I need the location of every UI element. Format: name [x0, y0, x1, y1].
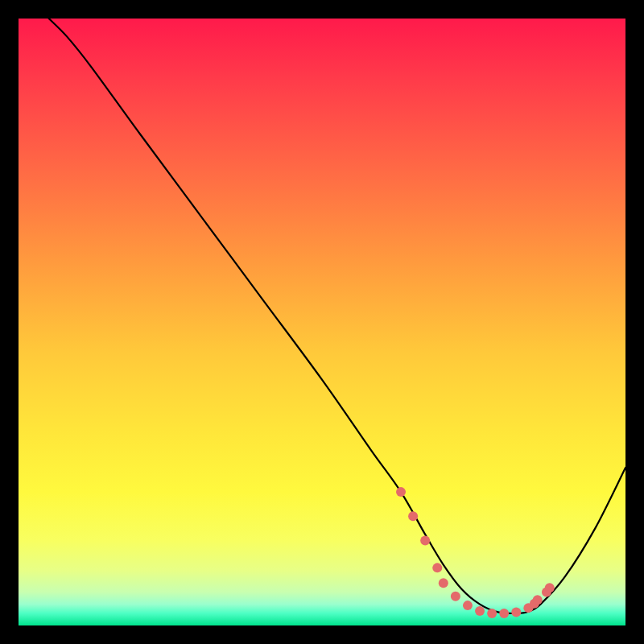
chart-marker [408, 511, 418, 521]
chart-marker [463, 601, 473, 610]
chart-marker [511, 607, 521, 617]
chart-marker [545, 583, 555, 592]
chart-svg [19, 19, 625, 625]
chart-marker [487, 609, 497, 618]
chart-marker [432, 563, 442, 572]
chart-marker [475, 606, 485, 616]
chart-marker [396, 487, 406, 497]
chart-marker [420, 535, 430, 545]
chart-background [19, 19, 625, 625]
chart-marker [533, 595, 543, 605]
chart-marker [451, 592, 460, 601]
chart-frame: TheBottleneck.com [19, 19, 625, 625]
chart-marker [439, 578, 448, 588]
chart-marker [499, 609, 509, 618]
